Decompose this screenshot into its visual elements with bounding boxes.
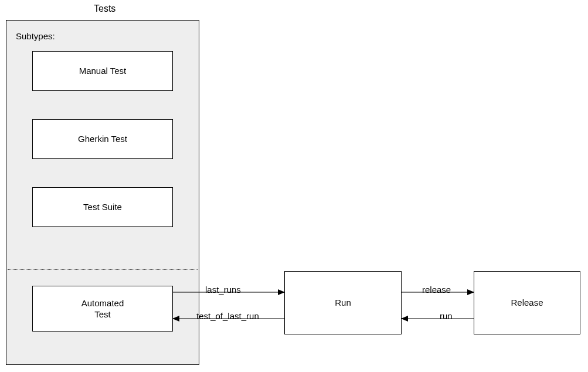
tests-title: Tests [94, 4, 115, 14]
release-box: Release [474, 271, 580, 334]
edge-label-release: release [422, 285, 451, 295]
edge-label-test-of-last-run: test_of_last_run [196, 311, 259, 321]
tests-group: Subtypes: Manual Test Gherkin Test Test … [6, 20, 199, 365]
edge-label-run: run [440, 311, 453, 321]
separator-dotted [8, 269, 198, 270]
subtype-manual-test: Manual Test [32, 51, 173, 91]
diagram-canvas: Tests Subtypes: Manual Test Gherkin Test… [0, 0, 588, 372]
run-box: Run [284, 271, 402, 334]
automated-test-box: Automated Test [32, 286, 173, 332]
subtype-test-suite: Test Suite [32, 187, 173, 227]
edge-label-last-runs: last_runs [205, 285, 241, 295]
subtypes-label: Subtypes: [16, 31, 55, 41]
subtype-gherkin-test: Gherkin Test [32, 119, 173, 159]
